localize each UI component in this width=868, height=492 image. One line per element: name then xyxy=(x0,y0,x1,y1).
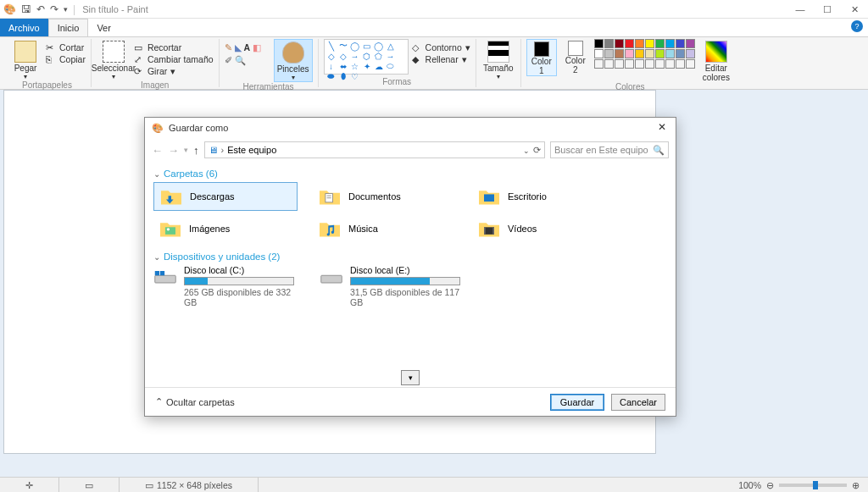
forward-button[interactable]: → xyxy=(168,144,179,157)
minimize-button[interactable]: — xyxy=(787,0,814,19)
edit-colors-icon xyxy=(705,41,727,63)
tab-view[interactable]: Ver xyxy=(88,19,120,36)
folder-videos[interactable]: Vídeos xyxy=(472,214,616,243)
edit-colors-button[interactable]: Editar colores xyxy=(698,39,734,82)
color1-swatch xyxy=(534,41,549,57)
zoom-out-button[interactable]: ⊖ xyxy=(766,480,774,490)
color-palette[interactable] xyxy=(594,39,695,69)
filetype-dropdown[interactable]: ▾ xyxy=(401,370,420,385)
qat-dropdown-icon[interactable]: ▾ xyxy=(64,5,68,14)
fill-button[interactable]: ◆Rellenar ▾ xyxy=(412,54,470,64)
svg-rect-9 xyxy=(155,275,176,283)
magnifier-tool[interactable]: 🔍 xyxy=(235,55,246,66)
crop-button[interactable]: ▭Recortar xyxy=(134,42,214,53)
fill-tool[interactable]: ◣ xyxy=(235,42,242,53)
back-button[interactable]: ← xyxy=(152,144,163,157)
help-icon[interactable]: ? xyxy=(851,20,863,32)
chevron-down-icon: ⌄ xyxy=(153,252,160,262)
maximize-button[interactable]: ☐ xyxy=(814,0,841,19)
pictures-folder-icon xyxy=(159,218,182,239)
fill-icon: ◆ xyxy=(412,54,422,64)
svg-rect-8 xyxy=(492,227,494,235)
refresh-icon[interactable]: ⟳ xyxy=(533,145,541,155)
group-clipboard: Pegar ▾ ✂Cortar ⎘Copiar Portapapeles xyxy=(3,39,92,87)
save-icon[interactable]: 🖫 xyxy=(21,3,31,15)
up-button[interactable]: ↑ xyxy=(193,144,199,157)
crop-icon: ▭ xyxy=(134,42,144,53)
size-button[interactable]: Tamaño ▾ xyxy=(481,39,515,80)
outline-button[interactable]: ◇Contorno ▾ xyxy=(412,42,470,53)
copy-button[interactable]: ⎘Copiar xyxy=(46,54,86,64)
clipboard-icon xyxy=(14,41,36,63)
drive-c[interactable]: Disco local (C:) 265 GB disponibles de 3… xyxy=(153,265,303,307)
dialog-titlebar: 🎨 Guardar como ✕ xyxy=(145,118,676,138)
undo-icon[interactable]: ↶ xyxy=(36,3,45,15)
window-controls: — ☐ ✕ xyxy=(787,0,868,19)
folder-escritorio[interactable]: Escritorio xyxy=(472,182,616,211)
hide-folders-button[interactable]: ⌃ Ocultar carpetas xyxy=(155,396,235,407)
search-input[interactable]: Buscar en Este equipo 🔍 xyxy=(550,141,669,158)
folders-section-header[interactable]: ⌄ Carpetas (6) xyxy=(153,169,667,179)
pencil-tool[interactable]: ✎ xyxy=(225,42,232,53)
select-button[interactable]: Seleccionar ▾ xyxy=(97,39,131,80)
zoom-slider[interactable] xyxy=(779,484,847,487)
folder-descargas[interactable]: Descargas xyxy=(153,182,298,211)
drive-e[interactable]: Disco local (E:) 31,5 GB disponibles de … xyxy=(320,265,469,307)
paint-icon: 🎨 xyxy=(3,3,16,15)
svg-rect-6 xyxy=(484,227,494,235)
drive-usage-bar xyxy=(184,277,294,285)
zoom-in-button[interactable]: ⊕ xyxy=(852,480,860,490)
cut-button[interactable]: ✂Cortar xyxy=(46,42,86,53)
group-size: Tamaño ▾ xyxy=(476,39,521,87)
downloads-folder-icon xyxy=(159,186,183,207)
location-text: Este equipo xyxy=(227,145,276,155)
folder-imagenes[interactable]: Imágenes xyxy=(153,214,298,243)
color1-button[interactable]: Color 1 xyxy=(526,39,557,76)
dialog-close-button[interactable]: ✕ xyxy=(652,119,672,135)
address-bar[interactable]: 🖥 › Este equipo ⌄⟳ xyxy=(204,141,546,158)
scissors-icon: ✂ xyxy=(46,42,56,53)
save-button[interactable]: Guardar xyxy=(550,394,604,411)
folder-documentos[interactable]: Documentos xyxy=(313,182,457,211)
dialog-title: Guardar como xyxy=(169,123,228,133)
svg-rect-7 xyxy=(484,227,486,235)
picker-tool[interactable]: ✐ xyxy=(225,55,232,66)
drive-free-text: 31,5 GB disponibles de 117 GB xyxy=(350,287,469,307)
redo-icon[interactable]: ↷ xyxy=(50,3,58,15)
color2-swatch xyxy=(568,41,583,56)
titlebar: 🎨 🖫 ↶ ↷ ▾ | Sin título - Paint — ☐ ✕ xyxy=(0,0,868,19)
close-button[interactable]: ✕ xyxy=(841,0,868,19)
text-tool[interactable]: A xyxy=(244,42,251,53)
cancel-button[interactable]: Cancelar xyxy=(611,394,665,411)
folder-musica[interactable]: Música xyxy=(313,214,457,243)
filetype-row: ▾ xyxy=(145,368,676,387)
ribbon: Pegar ▾ ✂Cortar ⎘Copiar Portapapeles Sel… xyxy=(0,37,868,90)
drive-free-text: 265 GB disponibles de 332 GB xyxy=(184,287,303,307)
paste-button[interactable]: Pegar ▾ xyxy=(8,39,42,80)
color2-button[interactable]: Color 2 xyxy=(560,39,591,75)
shapes-gallery[interactable]: ╲〜◯▭◯△◇ ◇→⬡⬠→↓⬌ ☆✦☁⬭⬬⬮♡ xyxy=(324,39,409,75)
tab-file[interactable]: Archivo xyxy=(0,19,48,36)
chevron-up-icon: ⌃ xyxy=(155,396,163,407)
rotate-icon: ⟳ xyxy=(134,66,144,76)
rotate-button[interactable]: ⟳Girar ▾ xyxy=(134,66,214,76)
drive-icon xyxy=(153,265,177,289)
svg-rect-3 xyxy=(484,194,494,202)
eraser-tool[interactable]: ◧ xyxy=(253,42,261,53)
paint-icon: 🎨 xyxy=(152,123,164,134)
resize-button[interactable]: ⤢Cambiar tamaño xyxy=(134,54,214,64)
chevron-down-icon: ⌄ xyxy=(153,169,160,179)
selection-icon: ▭ xyxy=(85,480,93,490)
size-icon xyxy=(487,41,509,63)
svg-point-5 xyxy=(167,228,170,230)
drives-section-header[interactable]: ⌄ Dispositivos y unidades (2) xyxy=(153,252,667,262)
history-button[interactable]: ▾ xyxy=(184,146,188,154)
zoom-controls: 100% ⊖ ⊕ xyxy=(738,480,868,490)
ribbon-tabs: Archivo Inicio Ver ? xyxy=(0,19,868,37)
svg-rect-12 xyxy=(321,275,342,283)
brushes-button[interactable]: Pinceles ▾ xyxy=(274,39,313,82)
dropdown-icon[interactable]: ⌄ xyxy=(523,146,530,155)
svg-rect-4 xyxy=(165,227,175,235)
drive-icon xyxy=(320,265,343,289)
tab-home[interactable]: Inicio xyxy=(48,19,89,36)
